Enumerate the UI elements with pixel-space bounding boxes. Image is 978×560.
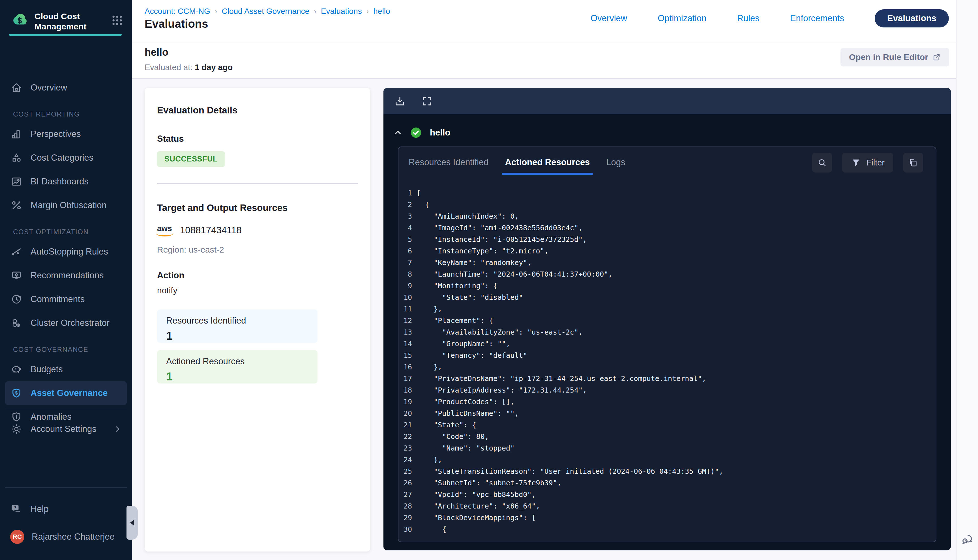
piggy-bank-icon: $: [10, 363, 23, 376]
nav-optimization[interactable]: Optimization: [658, 13, 706, 23]
code-line: 25 "StateTransitionReason": "User initia…: [399, 465, 936, 477]
module-grid-icon[interactable]: [111, 14, 124, 27]
line-text: "PrivateIpAddress": "172.31.44.254",: [417, 384, 587, 396]
line-text: "Architecture": "x86_64",: [417, 500, 540, 512]
line-text: },: [417, 303, 442, 315]
viewer-card: Resources Identified Actioned Resources …: [398, 147, 936, 542]
line-number: 10: [399, 292, 412, 303]
line-number: 11: [399, 303, 412, 315]
sidebar-item-perspectives[interactable]: Perspectives: [5, 122, 127, 146]
filter-label: Filter: [866, 158, 885, 167]
breadcrumb-account[interactable]: Account: CCM-NG: [145, 7, 210, 16]
open-in-rule-editor-label: Open in Rule Editor: [849, 52, 928, 62]
evaluation-viewer-panel: hello Resources Identified Actioned Reso…: [384, 88, 951, 550]
line-number: 30: [399, 523, 412, 535]
sidebar-item-label: Help: [30, 504, 49, 514]
sidebar-item-label: AutoStopping Rules: [30, 247, 108, 257]
tab-actioned-resources[interactable]: Actioned Resources: [504, 153, 592, 175]
download-icon[interactable]: [394, 95, 406, 107]
sidebar-item-autostopping-rules[interactable]: AutoStopping Rules: [5, 240, 127, 263]
status-label: Status: [157, 134, 358, 144]
viewer-actions: Filter: [812, 153, 923, 173]
sidebar-item-recommendations[interactable]: Recommendations: [5, 263, 127, 287]
viewer-run-name: hello: [430, 128, 450, 138]
autostopping-icon: [10, 245, 23, 258]
clock-history-icon: [10, 293, 23, 305]
funnel-icon: [851, 157, 861, 168]
breadcrumb-current[interactable]: hello: [373, 7, 390, 16]
code-line: 13 "AvailabilityZone": "us-east-2c",: [399, 327, 936, 338]
nav-enforcements[interactable]: Enforcements: [790, 13, 844, 23]
section-cost-optimization: COST OPTIMIZATION: [13, 228, 132, 237]
line-text: "InstanceType": "t2.micro",: [417, 245, 549, 257]
viewer-run-row: hello: [392, 124, 450, 141]
sidebar-item-user[interactable]: RC Rajarshee Chatterjee: [5, 525, 127, 549]
sidebar-item-budgets[interactable]: $ Budgets: [5, 357, 127, 381]
code-line: 12 "Placement": {: [399, 315, 936, 327]
line-number: 4: [399, 222, 412, 233]
line-text: },: [417, 454, 442, 465]
help-chat-icon: ?: [10, 503, 23, 515]
copy-button[interactable]: [903, 153, 923, 173]
home-icon: [10, 82, 23, 94]
sidebar-item-bi-dashboards[interactable]: BI Dashboards: [5, 170, 127, 193]
success-check-icon: [409, 126, 422, 139]
line-number: 3: [399, 210, 412, 222]
line-text: {: [417, 199, 429, 210]
code-line: 16 },: [399, 361, 936, 373]
sidebar-item-asset-governance[interactable]: $ Asset Governance: [5, 381, 127, 405]
nav-evaluations-active[interactable]: Evaluations: [875, 9, 949, 27]
sidebar-item-margin-obfuscation[interactable]: Margin Obfuscation: [5, 193, 127, 217]
line-text: "GroupName": "",: [417, 338, 510, 350]
line-number: 16: [399, 361, 412, 373]
nav-rules[interactable]: Rules: [737, 13, 759, 23]
search-button[interactable]: [812, 153, 832, 173]
hexagon-cluster-icon: [10, 317, 23, 329]
copy-icon: [908, 157, 919, 168]
aws-logo: aws: [157, 224, 174, 237]
svg-text:?: ?: [14, 506, 16, 510]
breadcrumb-cloud-asset-governance[interactable]: Cloud Asset Governance: [222, 7, 310, 16]
line-number: 19: [399, 396, 412, 408]
fullscreen-icon[interactable]: [421, 95, 433, 107]
line-text: "Name": "stopped": [417, 442, 514, 454]
resources-identified-label: Resources Identified: [166, 316, 309, 326]
breadcrumb-evaluations[interactable]: Evaluations: [321, 7, 362, 16]
code-editor[interactable]: 1 [ 2 { 3 "AmiLaunchIndex":: [399, 187, 936, 539]
code-line: 21 "State": {: [399, 419, 936, 431]
account-id: 108817434118: [180, 225, 242, 236]
chevron-up-icon[interactable]: [392, 127, 403, 138]
sidebar-item-label: Asset Governance: [30, 388, 108, 398]
tab-logs[interactable]: Logs: [604, 153, 627, 175]
cloud-cost-management-logo-icon: [9, 10, 30, 30]
line-number: 13: [399, 327, 412, 338]
chevron-right-icon: [113, 425, 122, 433]
line-text: "InstanceId": "i-00512145e7372325d",: [417, 233, 587, 245]
sidebar-item-label: Perspectives: [30, 129, 81, 139]
sidebar-title: Cloud Cost Management: [35, 11, 94, 32]
filter-button[interactable]: Filter: [842, 153, 893, 173]
sidebar-item-account-settings[interactable]: Account Settings: [5, 417, 127, 441]
line-number: 27: [399, 489, 412, 500]
sidebar-collapse-handle[interactable]: [127, 506, 138, 540]
sidebar-item-commitments[interactable]: Commitments: [5, 287, 127, 311]
sidebar-item-help[interactable]: ? Help: [5, 497, 127, 521]
sidebar-item-cost-categories[interactable]: Cost Categories: [5, 146, 127, 170]
code-line: 11 },: [399, 303, 936, 315]
line-text: "KeyName": "randomkey",: [417, 257, 531, 268]
section-cost-governance: COST GOVERNANCE: [13, 346, 132, 354]
sidebar-item-cluster-orchestrator[interactable]: Cluster Orchestrator: [5, 311, 127, 335]
sidebar-item-overview[interactable]: Overview: [5, 76, 127, 100]
chat-bubbles-icon[interactable]: [960, 533, 974, 547]
open-in-rule-editor-button[interactable]: Open in Rule Editor: [841, 48, 949, 67]
sidebar-item-label: Account Settings: [30, 424, 97, 434]
line-number: 20: [399, 408, 412, 419]
actioned-resources-label: Actioned Resources: [166, 357, 309, 367]
line-text: "Tenancy": "default": [417, 350, 527, 361]
line-text: "Code": 80,: [417, 431, 489, 442]
nav-overview[interactable]: Overview: [591, 13, 627, 23]
percent-icon: [10, 199, 23, 212]
dashboard-image-icon: [10, 175, 23, 188]
bar-chart-icon: [10, 128, 23, 140]
tab-resources-identified[interactable]: Resources Identified: [407, 153, 491, 175]
